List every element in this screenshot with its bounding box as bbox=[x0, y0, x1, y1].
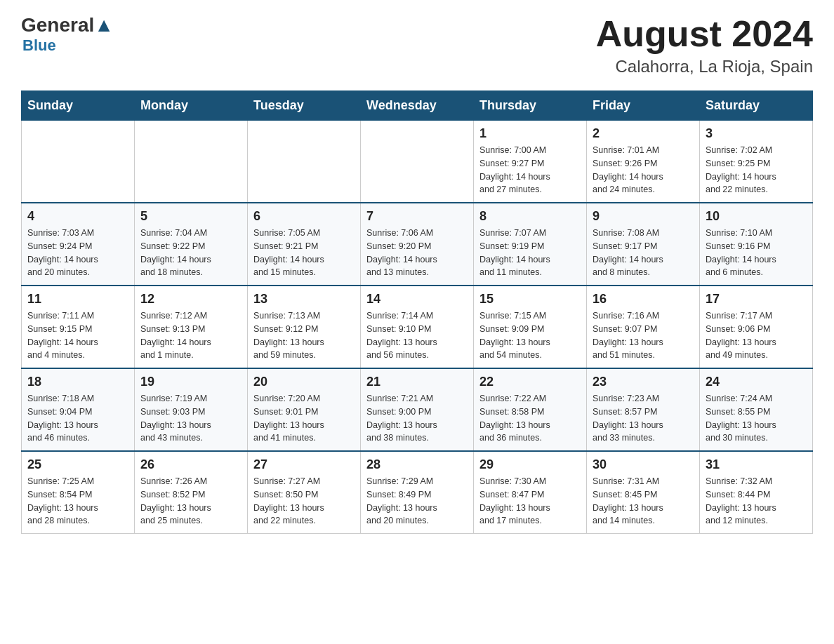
day-info: Sunrise: 7:04 AMSunset: 9:22 PMDaylight:… bbox=[140, 227, 241, 279]
day-number: 27 bbox=[253, 457, 355, 472]
calendar-week-row: 11Sunrise: 7:11 AMSunset: 9:15 PMDayligh… bbox=[22, 286, 813, 368]
day-number: 3 bbox=[706, 126, 807, 141]
calendar-cell: 20Sunrise: 7:20 AMSunset: 9:01 PMDayligh… bbox=[248, 368, 361, 451]
weekday-header-tuesday: Tuesday bbox=[248, 91, 361, 121]
day-number: 24 bbox=[706, 375, 807, 389]
logo-general-text: General bbox=[21, 14, 94, 36]
day-number: 1 bbox=[479, 126, 581, 141]
calendar-cell: 30Sunrise: 7:31 AMSunset: 8:45 PMDayligh… bbox=[587, 451, 700, 534]
day-number: 13 bbox=[253, 292, 355, 307]
calendar-cell: 7Sunrise: 7:06 AMSunset: 9:20 PMDaylight… bbox=[361, 203, 474, 286]
calendar-cell: 11Sunrise: 7:11 AMSunset: 9:15 PMDayligh… bbox=[22, 286, 135, 368]
weekday-header-wednesday: Wednesday bbox=[361, 91, 474, 121]
day-info: Sunrise: 7:31 AMSunset: 8:45 PMDaylight:… bbox=[593, 475, 694, 528]
calendar-week-row: 25Sunrise: 7:25 AMSunset: 8:54 PMDayligh… bbox=[22, 451, 813, 534]
calendar-week-row: 4Sunrise: 7:03 AMSunset: 9:24 PMDaylight… bbox=[22, 203, 813, 286]
calendar-cell: 14Sunrise: 7:14 AMSunset: 9:10 PMDayligh… bbox=[361, 286, 474, 368]
calendar-cell: 16Sunrise: 7:16 AMSunset: 9:07 PMDayligh… bbox=[587, 286, 700, 368]
weekday-header-saturday: Saturday bbox=[700, 91, 813, 121]
calendar-cell: 19Sunrise: 7:19 AMSunset: 9:03 PMDayligh… bbox=[135, 368, 248, 451]
day-info: Sunrise: 7:30 AMSunset: 8:47 PMDaylight:… bbox=[479, 475, 581, 528]
calendar-cell: 15Sunrise: 7:15 AMSunset: 9:09 PMDayligh… bbox=[474, 286, 587, 368]
day-number: 26 bbox=[140, 457, 241, 472]
day-number: 7 bbox=[366, 209, 468, 224]
day-number: 11 bbox=[27, 292, 128, 307]
calendar-cell: 26Sunrise: 7:26 AMSunset: 8:52 PMDayligh… bbox=[135, 451, 248, 534]
calendar-cell: 12Sunrise: 7:12 AMSunset: 9:13 PMDayligh… bbox=[135, 286, 248, 368]
calendar-cell bbox=[361, 121, 474, 203]
day-info: Sunrise: 7:24 AMSunset: 8:55 PMDaylight:… bbox=[706, 392, 807, 445]
calendar-table: SundayMondayTuesdayWednesdayThursdayFrid… bbox=[21, 90, 813, 534]
weekday-header-thursday: Thursday bbox=[474, 91, 587, 121]
calendar-cell: 5Sunrise: 7:04 AMSunset: 9:22 PMDaylight… bbox=[135, 203, 248, 286]
day-info: Sunrise: 7:19 AMSunset: 9:03 PMDaylight:… bbox=[140, 392, 241, 445]
calendar-cell: 24Sunrise: 7:24 AMSunset: 8:55 PMDayligh… bbox=[700, 368, 813, 451]
month-title: August 2024 bbox=[596, 14, 813, 54]
day-number: 10 bbox=[706, 209, 807, 224]
logo-blue-text: ▲ bbox=[94, 14, 114, 36]
day-number: 8 bbox=[479, 209, 581, 224]
day-number: 12 bbox=[140, 292, 241, 307]
calendar-cell: 10Sunrise: 7:10 AMSunset: 9:16 PMDayligh… bbox=[700, 203, 813, 286]
day-number: 15 bbox=[479, 292, 581, 307]
day-info: Sunrise: 7:17 AMSunset: 9:06 PMDaylight:… bbox=[706, 309, 807, 362]
day-number: 31 bbox=[706, 457, 807, 472]
calendar-cell: 23Sunrise: 7:23 AMSunset: 8:57 PMDayligh… bbox=[587, 368, 700, 451]
day-info: Sunrise: 7:14 AMSunset: 9:10 PMDaylight:… bbox=[366, 309, 468, 362]
calendar-cell bbox=[248, 121, 361, 203]
day-info: Sunrise: 7:02 AMSunset: 9:25 PMDaylight:… bbox=[706, 144, 807, 196]
day-info: Sunrise: 7:11 AMSunset: 9:15 PMDaylight:… bbox=[27, 309, 128, 362]
day-number: 22 bbox=[479, 375, 581, 389]
calendar-cell: 4Sunrise: 7:03 AMSunset: 9:24 PMDaylight… bbox=[22, 203, 135, 286]
calendar-cell bbox=[135, 121, 248, 203]
day-info: Sunrise: 7:12 AMSunset: 9:13 PMDaylight:… bbox=[140, 309, 241, 362]
day-info: Sunrise: 7:25 AMSunset: 8:54 PMDaylight:… bbox=[27, 475, 128, 528]
day-info: Sunrise: 7:21 AMSunset: 9:00 PMDaylight:… bbox=[366, 392, 468, 445]
location-title: Calahorra, La Rioja, Spain bbox=[596, 57, 813, 76]
day-number: 9 bbox=[593, 209, 694, 224]
day-number: 5 bbox=[140, 209, 241, 224]
calendar-cell: 27Sunrise: 7:27 AMSunset: 8:50 PMDayligh… bbox=[248, 451, 361, 534]
logo: General ▲ Blue bbox=[21, 14, 114, 55]
weekday-header-monday: Monday bbox=[135, 91, 248, 121]
day-number: 2 bbox=[593, 126, 694, 141]
calendar-cell: 6Sunrise: 7:05 AMSunset: 9:21 PMDaylight… bbox=[248, 203, 361, 286]
day-info: Sunrise: 7:32 AMSunset: 8:44 PMDaylight:… bbox=[706, 475, 807, 528]
day-number: 25 bbox=[27, 457, 128, 472]
day-number: 29 bbox=[479, 457, 581, 472]
day-info: Sunrise: 7:29 AMSunset: 8:49 PMDaylight:… bbox=[366, 475, 468, 528]
calendar-cell: 9Sunrise: 7:08 AMSunset: 9:17 PMDaylight… bbox=[587, 203, 700, 286]
calendar-cell: 3Sunrise: 7:02 AMSunset: 9:25 PMDaylight… bbox=[700, 121, 813, 203]
day-number: 16 bbox=[593, 292, 694, 307]
day-info: Sunrise: 7:13 AMSunset: 9:12 PMDaylight:… bbox=[253, 309, 355, 362]
day-info: Sunrise: 7:07 AMSunset: 9:19 PMDaylight:… bbox=[479, 227, 581, 279]
calendar-cell: 17Sunrise: 7:17 AMSunset: 9:06 PMDayligh… bbox=[700, 286, 813, 368]
calendar-cell: 21Sunrise: 7:21 AMSunset: 9:00 PMDayligh… bbox=[361, 368, 474, 451]
day-number: 18 bbox=[27, 375, 128, 389]
day-number: 14 bbox=[366, 292, 468, 307]
day-info: Sunrise: 7:23 AMSunset: 8:57 PMDaylight:… bbox=[593, 392, 694, 445]
calendar-cell: 18Sunrise: 7:18 AMSunset: 9:04 PMDayligh… bbox=[22, 368, 135, 451]
calendar-cell: 25Sunrise: 7:25 AMSunset: 8:54 PMDayligh… bbox=[22, 451, 135, 534]
day-number: 28 bbox=[366, 457, 468, 472]
day-number: 17 bbox=[706, 292, 807, 307]
day-info: Sunrise: 7:22 AMSunset: 8:58 PMDaylight:… bbox=[479, 392, 581, 445]
calendar-week-row: 18Sunrise: 7:18 AMSunset: 9:04 PMDayligh… bbox=[22, 368, 813, 451]
day-info: Sunrise: 7:20 AMSunset: 9:01 PMDaylight:… bbox=[253, 392, 355, 445]
day-info: Sunrise: 7:06 AMSunset: 9:20 PMDaylight:… bbox=[366, 227, 468, 279]
day-number: 19 bbox=[140, 375, 241, 389]
calendar-cell: 29Sunrise: 7:30 AMSunset: 8:47 PMDayligh… bbox=[474, 451, 587, 534]
calendar-cell: 13Sunrise: 7:13 AMSunset: 9:12 PMDayligh… bbox=[248, 286, 361, 368]
calendar-cell bbox=[22, 121, 135, 203]
day-info: Sunrise: 7:03 AMSunset: 9:24 PMDaylight:… bbox=[27, 227, 128, 279]
logo-subtitle: Blue bbox=[22, 36, 56, 55]
day-info: Sunrise: 7:01 AMSunset: 9:26 PMDaylight:… bbox=[593, 144, 694, 196]
day-info: Sunrise: 7:18 AMSunset: 9:04 PMDaylight:… bbox=[27, 392, 128, 445]
day-info: Sunrise: 7:16 AMSunset: 9:07 PMDaylight:… bbox=[593, 309, 694, 362]
calendar-cell: 8Sunrise: 7:07 AMSunset: 9:19 PMDaylight… bbox=[474, 203, 587, 286]
calendar-cell: 31Sunrise: 7:32 AMSunset: 8:44 PMDayligh… bbox=[700, 451, 813, 534]
day-info: Sunrise: 7:08 AMSunset: 9:17 PMDaylight:… bbox=[593, 227, 694, 279]
day-number: 4 bbox=[27, 209, 128, 224]
day-info: Sunrise: 7:10 AMSunset: 9:16 PMDaylight:… bbox=[706, 227, 807, 279]
calendar-cell: 2Sunrise: 7:01 AMSunset: 9:26 PMDaylight… bbox=[587, 121, 700, 203]
